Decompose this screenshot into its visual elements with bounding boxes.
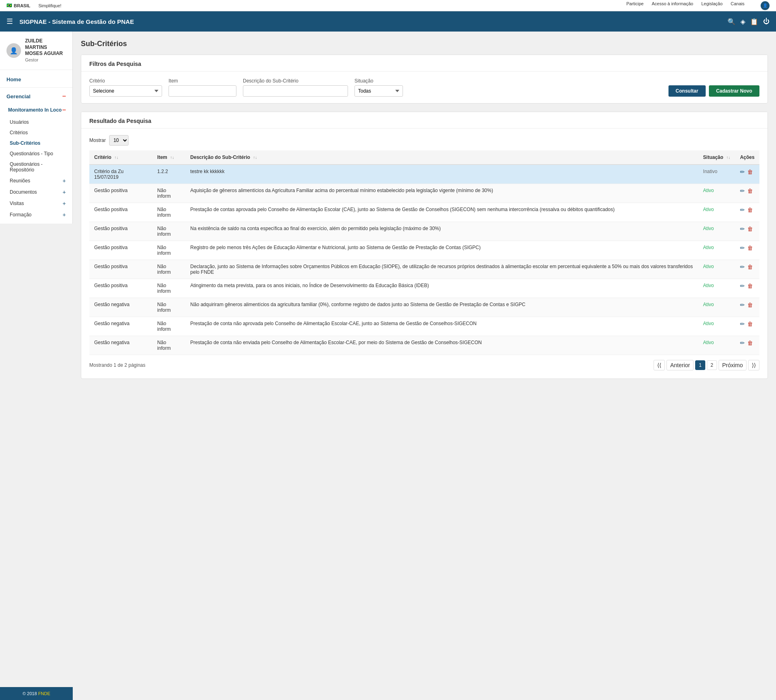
- edit-icon[interactable]: ✏: [740, 321, 745, 327]
- gov-link-servicos[interactable]: Simplifique!: [38, 3, 61, 8]
- situacao-sort-icon[interactable]: ↑↓: [726, 155, 730, 160]
- reunioes-expand-icon[interactable]: +: [63, 178, 66, 184]
- item-sort-icon[interactable]: ↑↓: [170, 155, 174, 160]
- cell-item: Não inform: [152, 279, 186, 298]
- results-header: Mostrar 5 10 25 50: [89, 135, 759, 146]
- sidebar-item-home[interactable]: Home: [0, 73, 72, 86]
- cell-situacao: Inativo: [698, 165, 735, 184]
- documentos-expand-icon[interactable]: +: [63, 189, 66, 195]
- pagination-next-button[interactable]: Próximo: [719, 360, 746, 370]
- situacao-label: Situação: [354, 78, 403, 84]
- logout-icon[interactable]: ⏻: [763, 18, 770, 25]
- delete-icon[interactable]: 🗑: [747, 302, 753, 308]
- descricao-label: Descrição do Sub-Critério: [243, 78, 348, 84]
- criterio-select[interactable]: Selecione: [89, 85, 162, 97]
- sidebar-section-monitoramento[interactable]: Monitoramento In Loco −: [0, 103, 72, 117]
- sidebar-item-usuarios[interactable]: Usuários: [0, 117, 72, 127]
- item-input[interactable]: [169, 85, 236, 97]
- layers-icon[interactable]: ◈: [740, 18, 745, 25]
- edit-icon[interactable]: ✏: [740, 226, 745, 232]
- cell-descricao: Registro de pelo menos três Ações de Edu…: [186, 241, 698, 260]
- pagination-page-1-button[interactable]: 1: [695, 360, 705, 370]
- edit-icon[interactable]: ✏: [740, 302, 745, 308]
- show-select[interactable]: 5 10 25 50: [109, 135, 129, 146]
- pagination-last-button[interactable]: ⟩⟩: [748, 360, 759, 370]
- delete-icon[interactable]: 🗑: [747, 188, 753, 194]
- filter-btn-row: Consultar Cadastrar Novo: [668, 85, 759, 97]
- cell-acoes: ✏ 🗑: [735, 184, 759, 203]
- sidebar-item-visitas[interactable]: Visitas +: [0, 198, 72, 209]
- action-icons: ✏ 🗑: [740, 283, 755, 289]
- descricao-input[interactable]: [243, 85, 348, 97]
- formacao-expand-icon[interactable]: +: [63, 211, 66, 218]
- pagination: Mostrando 1 de 2 páginas ⟨⟨ Anterior 1 2…: [89, 355, 759, 372]
- pagination-controls: ⟨⟨ Anterior 1 2 Próximo ⟩⟩: [654, 360, 759, 370]
- gov-link-acesso[interactable]: Legislação: [701, 1, 723, 10]
- cadastrar-button[interactable]: Cadastrar Novo: [709, 85, 759, 97]
- delete-icon[interactable]: 🗑: [747, 207, 753, 213]
- edit-icon[interactable]: ✏: [740, 245, 745, 251]
- action-icons: ✏ 🗑: [740, 226, 755, 232]
- sidebar-wrapper: 👤 ZUILDE MARTINS MOSES AGUIAR Gestor Hom…: [0, 32, 73, 700]
- col-criterio: Critério ↑↓: [89, 150, 152, 165]
- edit-icon[interactable]: ✏: [740, 207, 745, 213]
- cell-criterio: Gestão positiva: [89, 260, 152, 279]
- item-filter-group: Item: [169, 78, 236, 97]
- gov-link-simplifique[interactable]: Participe: [626, 1, 644, 10]
- delete-icon[interactable]: 🗑: [747, 264, 753, 270]
- edit-icon[interactable]: ✏: [740, 264, 745, 270]
- action-icons: ✏ 🗑: [740, 188, 755, 194]
- filter-card: Filtros da Pesquisa Critério Selecione I…: [81, 55, 768, 104]
- situacao-select[interactable]: Todas Ativo Inativo: [354, 85, 403, 97]
- sidebar-item-sub-criterios[interactable]: Sub-Critérios: [0, 138, 72, 148]
- gov-user-icon[interactable]: 👤: [761, 1, 770, 10]
- hamburger-icon[interactable]: ☰: [6, 17, 13, 26]
- sidebar-section-gerencial[interactable]: Gerencial −: [0, 89, 72, 103]
- edit-icon[interactable]: ✏: [740, 188, 745, 194]
- col-descricao: Descrição do Sub-Critério ↑↓: [186, 150, 698, 165]
- table-body: Critério da Zu 15/07/2019 1.2.2 testre k…: [89, 165, 759, 355]
- criterio-sort-icon[interactable]: ↑↓: [114, 155, 118, 160]
- gerencial-collapse-icon[interactable]: −: [62, 93, 66, 100]
- monitoramento-collapse-icon[interactable]: −: [62, 106, 66, 114]
- search-icon[interactable]: 🔍: [728, 18, 736, 25]
- action-icons: ✏ 🗑: [740, 264, 755, 270]
- sidebar-user-info: ZUILDE MARTINS MOSES AGUIAR Gestor: [25, 38, 66, 63]
- flag-icon: 🇧🇷: [6, 3, 12, 8]
- pagination-prev-button[interactable]: Anterior: [666, 360, 694, 370]
- gov-link-participe[interactable]: Acesso à informação: [652, 1, 693, 10]
- cell-item: Não inform: [152, 317, 186, 336]
- delete-icon[interactable]: 🗑: [747, 283, 753, 289]
- cell-situacao: Ativo: [698, 260, 735, 279]
- delete-icon[interactable]: 🗑: [747, 321, 753, 327]
- results-card-header: Resultado da Pesquisa: [81, 112, 768, 129]
- cell-criterio: Gestão positiva: [89, 222, 152, 241]
- edit-icon[interactable]: ✏: [740, 283, 745, 289]
- delete-icon[interactable]: 🗑: [747, 340, 753, 346]
- table-row: Gestão positiva Não inform Aquisição de …: [89, 184, 759, 203]
- edit-icon[interactable]: ✏: [740, 169, 745, 175]
- header-icons: 🔍 ◈ 📋 ⏻: [728, 18, 770, 25]
- edit-icon[interactable]: ✏: [740, 340, 745, 346]
- delete-icon[interactable]: 🗑: [747, 169, 753, 175]
- delete-icon[interactable]: 🗑: [747, 245, 753, 251]
- clipboard-icon[interactable]: 📋: [750, 18, 758, 25]
- footer-fnde-link[interactable]: FNDE: [38, 691, 50, 696]
- gov-link-legislacao[interactable]: Canais: [731, 1, 744, 10]
- sidebar-item-reunioes[interactable]: Reuniões +: [0, 175, 72, 186]
- sidebar-item-documentos[interactable]: Documentos +: [0, 186, 72, 198]
- app-header: ☰ SIGPNAE - Sistema de Gestão do PNAE 🔍 …: [0, 11, 776, 32]
- pagination-first-button[interactable]: ⟨⟨: [654, 360, 665, 370]
- visitas-expand-icon[interactable]: +: [63, 200, 66, 207]
- descricao-sort-icon[interactable]: ↑↓: [253, 155, 257, 160]
- cell-criterio: Critério da Zu 15/07/2019: [89, 165, 152, 184]
- consultar-button[interactable]: Consultar: [668, 85, 706, 97]
- delete-icon[interactable]: 🗑: [747, 226, 753, 232]
- sidebar-item-questionarios-repo[interactable]: Questionários - Repositório: [0, 159, 72, 175]
- pagination-page-2-button[interactable]: 2: [707, 360, 717, 370]
- sidebar-nav: Home Gerencial − Monitoramento In Loco −…: [0, 70, 72, 224]
- cell-acoes: ✏ 🗑: [735, 260, 759, 279]
- sidebar-item-criterios[interactable]: Critérios: [0, 127, 72, 138]
- sidebar-item-questionarios-tipo[interactable]: Questionários - Tipo: [0, 148, 72, 159]
- sidebar-item-formacao[interactable]: Formação +: [0, 209, 72, 220]
